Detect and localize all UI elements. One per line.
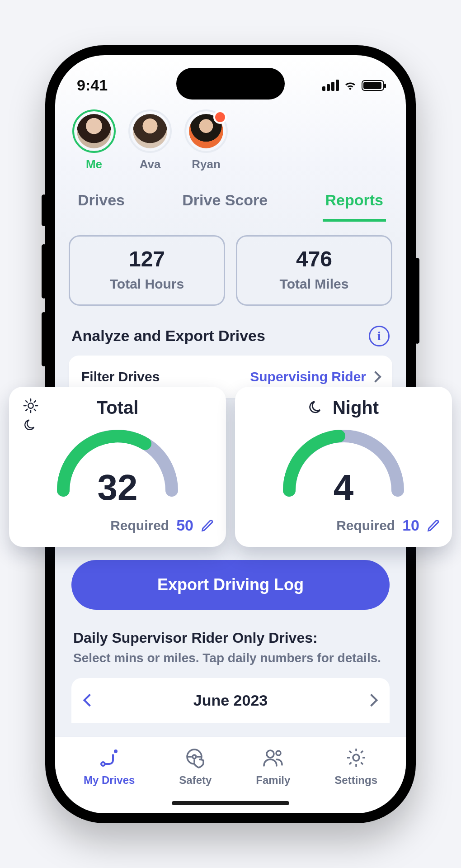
total-miles-value: 476 <box>242 248 386 270</box>
gauge-title: Total <box>97 398 139 418</box>
people-icon <box>261 746 285 769</box>
required-label: Required <box>336 518 395 533</box>
gauge-required: Required 10 <box>247 517 440 534</box>
required-label: Required <box>110 518 169 533</box>
month-selector: June 2023 <box>71 678 390 723</box>
svg-point-1 <box>114 749 118 753</box>
wifi-icon <box>343 81 357 90</box>
profile-me[interactable]: Me <box>72 109 116 171</box>
chevron-right-icon <box>370 371 381 382</box>
tabs: Drives Drive Score Reports <box>55 181 406 222</box>
tab-drive-score[interactable]: Drive Score <box>179 185 270 222</box>
tab-reports[interactable]: Reports <box>323 185 386 222</box>
gauge-required: Required 50 <box>21 517 214 534</box>
nav-family[interactable]: Family <box>256 746 290 787</box>
info-icon[interactable]: i <box>369 326 390 346</box>
volume-down-button <box>42 312 46 366</box>
gauge-overlay: Total 32 Required 50 <box>9 387 452 547</box>
home-indicator[interactable] <box>172 801 289 805</box>
total-miles-card[interactable]: 476 Total Miles <box>236 235 392 306</box>
svg-point-4 <box>267 750 274 758</box>
dynamic-island <box>176 68 285 100</box>
avatar <box>128 109 172 153</box>
tab-drives[interactable]: Drives <box>75 185 127 222</box>
filter-label: Filter Drives <box>81 369 160 384</box>
status-time: 9:41 <box>77 76 108 94</box>
nav-my-drives[interactable]: My Drives <box>84 746 135 787</box>
section-header: Analyze and Export Drives i <box>71 326 390 346</box>
profile-label: Me <box>86 157 102 171</box>
moon-icon <box>308 400 325 416</box>
svg-point-6 <box>353 754 359 761</box>
route-icon <box>98 746 121 769</box>
svg-point-7 <box>28 403 33 408</box>
profile-label: Ryan <box>192 157 221 171</box>
power-button <box>415 258 419 344</box>
gauge-arc: 32 <box>21 422 214 508</box>
profile-ryan[interactable]: Ryan <box>184 109 228 171</box>
total-hours-card[interactable]: 127 Total Hours <box>69 235 225 306</box>
bottom-nav: My Drives Safety Family <box>55 736 406 813</box>
svg-point-5 <box>276 751 281 755</box>
gauge-total: Total 32 Required 50 <box>9 387 226 547</box>
nav-settings[interactable]: Settings <box>334 746 377 787</box>
nav-label: My Drives <box>84 774 135 787</box>
prev-month-button[interactable] <box>83 694 96 707</box>
profile-label: Ava <box>140 157 161 171</box>
cellular-icon <box>322 80 339 91</box>
export-driving-log-button[interactable]: Export Driving Log <box>71 560 390 610</box>
daily-title: Daily Supervisor Rider Only Drives: <box>73 630 388 646</box>
nav-label: Family <box>256 774 290 787</box>
battery-icon <box>362 80 384 91</box>
edit-required-button[interactable] <box>201 519 214 532</box>
next-month-button[interactable] <box>365 694 378 707</box>
filter-value: Supervising Rider <box>250 369 380 384</box>
nav-label: Settings <box>334 774 377 787</box>
required-value: 50 <box>176 517 193 534</box>
gauge-title: Night <box>333 398 379 418</box>
status-tray <box>322 80 384 91</box>
required-value: 10 <box>402 517 419 534</box>
gear-icon <box>344 746 368 769</box>
daily-subtitle: Select mins or miles. Tap daily numbers … <box>73 651 388 665</box>
month-label: June 2023 <box>193 692 268 709</box>
steering-shield-icon <box>183 746 207 769</box>
avatar <box>72 109 116 153</box>
avatar <box>184 109 228 153</box>
profile-ava[interactable]: Ava <box>128 109 172 171</box>
edit-required-button[interactable] <box>427 519 440 532</box>
side-button <box>42 194 46 226</box>
gauge-arc: 4 <box>247 422 440 508</box>
nav-safety[interactable]: Safety <box>179 746 212 787</box>
total-hours-label: Total Hours <box>75 276 219 292</box>
svg-point-3 <box>193 755 196 759</box>
nav-label: Safety <box>179 774 212 787</box>
summary-stats: 127 Total Hours 476 Total Miles <box>69 235 392 306</box>
section-title: Analyze and Export Drives <box>71 327 265 345</box>
gauge-night: Night 4 Required 10 <box>235 387 452 547</box>
total-miles-label: Total Miles <box>242 276 386 292</box>
sun-icon <box>23 398 39 414</box>
daily-section: Daily Supervisor Rider Only Drives: Sele… <box>73 630 388 665</box>
volume-up-button <box>42 244 46 299</box>
filter-value-text: Supervising Rider <box>250 369 366 384</box>
total-hours-value: 127 <box>75 248 219 270</box>
profile-selector: Me Ava Ryan <box>55 105 406 181</box>
